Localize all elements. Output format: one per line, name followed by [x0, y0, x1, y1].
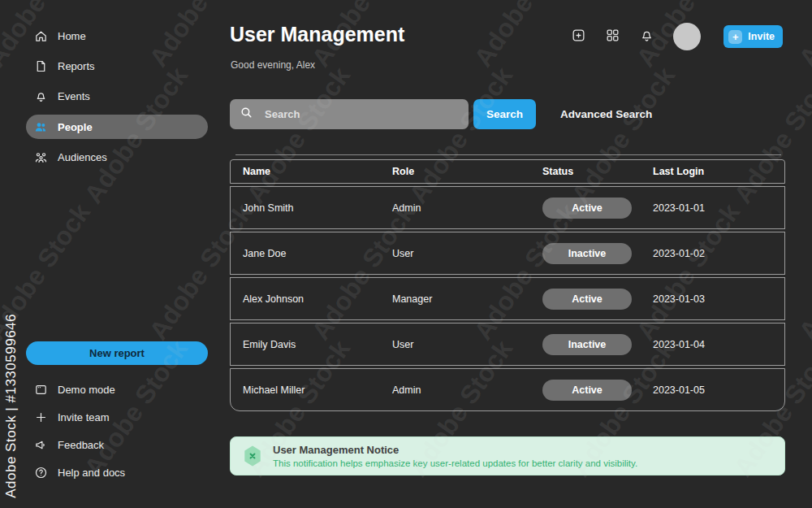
sidebar-item-events[interactable]: Events: [26, 84, 208, 108]
sidebar-item-label: Events: [58, 90, 90, 102]
help-icon: [34, 466, 48, 480]
sidebar-item-label: Audiences: [58, 151, 107, 163]
status-badge: Active: [542, 198, 632, 219]
plus-icon: [34, 410, 48, 424]
cell-role: Admin: [392, 202, 421, 214]
add-new-button[interactable]: [569, 28, 587, 46]
cell-role: User: [392, 248, 413, 259]
grid-icon: [605, 28, 620, 46]
sidebar-item-home[interactable]: Home: [26, 24, 208, 48]
column-header-last-login: Last Login: [653, 166, 704, 177]
bell-icon: [639, 28, 654, 46]
table-row: Michael Miller Admin Active 2023-01-05: [230, 368, 785, 411]
users-table: Name Role Status Last Login John Smith A…: [230, 159, 785, 411]
status-badge: Inactive: [542, 334, 632, 355]
home-icon: [34, 29, 48, 43]
audience-icon: [34, 150, 48, 164]
table-row: Jane Doe User Inactive 2023-01-02: [230, 232, 785, 275]
sidebar-item-help[interactable]: Help and docs: [26, 460, 208, 484]
watermark-text: Adobe Stock: [793, 198, 812, 345]
cell-last-login: 2023-01-04: [653, 339, 705, 350]
sidebar-item-label: Invite team: [58, 411, 110, 423]
greeting-text: Good evening, Alex: [231, 59, 315, 71]
cell-last-login: 2023-01-01: [653, 202, 705, 214]
cell-last-login: 2023-01-02: [653, 248, 705, 259]
cell-name: Alex Johnson: [243, 293, 304, 305]
sidebar-item-label: People: [58, 121, 93, 133]
sidebar-item-label: Reports: [58, 60, 95, 72]
cell-last-login: 2023-01-05: [653, 384, 705, 396]
table-header-row: Name Role Status Last Login: [230, 159, 785, 184]
search-icon: [240, 106, 253, 123]
avatar[interactable]: [673, 23, 701, 50]
status-badge: Active: [542, 380, 632, 401]
apps-button[interactable]: [603, 28, 621, 46]
search-input[interactable]: [265, 108, 459, 120]
cell-role: User: [392, 339, 413, 350]
cell-name: John Smith: [243, 202, 294, 214]
sidebar-item-reports[interactable]: Reports: [26, 54, 208, 78]
table-row: John Smith Admin Active 2023-01-01: [230, 186, 785, 229]
notice-body: This notification helps emphasize key us…: [273, 458, 637, 468]
window-icon: [34, 383, 48, 397]
notice-title: User Management Notice: [273, 444, 637, 456]
megaphone-icon: [34, 438, 48, 452]
cell-last-login: 2023-01-03: [653, 293, 705, 305]
sidebar-item-label: Home: [58, 30, 86, 42]
stock-credit: Adobe Stock | #1330599646: [3, 314, 19, 498]
cell-role: Manager: [392, 293, 432, 305]
sidebar-item-label: Help and docs: [58, 467, 125, 479]
watermark-text: Adobe Stock: [793, 0, 812, 72]
column-header-name: Name: [243, 166, 270, 177]
status-badge: Active: [542, 289, 632, 310]
bell-icon: [34, 89, 48, 103]
sidebar-item-label: Demo mode: [58, 384, 115, 396]
column-header-status: Status: [542, 166, 573, 177]
sidebar-item-feedback[interactable]: Feedback: [26, 432, 208, 457]
cell-role: Admin: [392, 384, 421, 396]
notifications-button[interactable]: [637, 28, 655, 46]
search-button[interactable]: Search: [473, 99, 536, 129]
cell-name: Jane Doe: [243, 248, 287, 259]
header-actions: + Invite: [553, 23, 783, 50]
notice-banner: User Management Notice This notification…: [230, 436, 785, 475]
new-report-button[interactable]: New report: [26, 341, 208, 365]
sidebar-item-people[interactable]: People: [26, 115, 208, 139]
column-header-role: Role: [392, 166, 414, 177]
shield-x-icon: [242, 445, 263, 467]
sidebar-item-invite-team[interactable]: Invite team: [26, 405, 208, 429]
status-badge: Inactive: [542, 243, 632, 264]
square-plus-icon: [571, 28, 586, 46]
search-box: [230, 99, 469, 129]
people-icon: [34, 120, 48, 134]
sidebar-item-label: Feedback: [58, 439, 104, 451]
cell-name: Emily Davis: [243, 339, 296, 350]
sidebar-item-audiences[interactable]: Audiences: [26, 145, 208, 169]
sidebar: Home Reports Events People Audiences: [0, 0, 219, 508]
document-icon: [34, 59, 48, 73]
advanced-search-link[interactable]: Advanced Search: [560, 108, 652, 120]
table-row: Alex Johnson Manager Active 2023-01-03: [230, 277, 785, 320]
table-top-divider: [235, 154, 781, 155]
invite-button[interactable]: + Invite: [723, 25, 783, 48]
page-title: User Management: [230, 23, 404, 46]
sidebar-item-demo-mode[interactable]: Demo mode: [26, 377, 208, 402]
invite-button-label: Invite: [748, 31, 775, 42]
app-window: Adobe StockAdobe StockAdobe StockAdobe S…: [0, 0, 812, 508]
cell-name: Michael Miller: [243, 384, 304, 396]
table-row: Emily Davis User Inactive 2023-01-04: [230, 323, 785, 366]
notice-text: User Management Notice This notification…: [273, 444, 637, 468]
plus-icon: +: [728, 30, 742, 44]
